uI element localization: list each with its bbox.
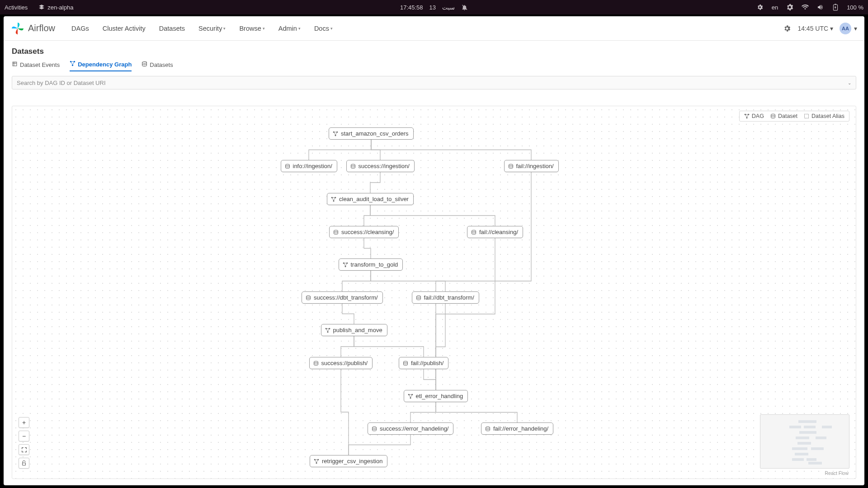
battery-icon[interactable] bbox=[832, 4, 839, 11]
settings-alt-icon[interactable] bbox=[786, 4, 793, 11]
dependency-graph-canvas[interactable]: start_amazon_csv_ordersinfo://ingestion/… bbox=[12, 106, 856, 479]
edge-n10-n11 bbox=[341, 336, 354, 357]
chevron-down-icon: ▾ bbox=[263, 26, 265, 31]
graph-node-n13[interactable]: etl_error_handling bbox=[404, 390, 468, 402]
dag-icon bbox=[331, 197, 336, 202]
svg-point-22 bbox=[307, 296, 311, 297]
legend-dag: DAG bbox=[744, 113, 764, 119]
os-clock[interactable]: 17:45:58 13 سبت bbox=[400, 4, 468, 11]
search-input[interactable] bbox=[17, 80, 851, 86]
dataset-icon bbox=[403, 361, 408, 366]
chevron-down-icon[interactable]: ⌄ bbox=[848, 80, 851, 85]
os-top-bar: Activities zen-alpha 17:45:58 13 سبت en … bbox=[0, 0, 868, 14]
node-label: fail://error_handeling/ bbox=[493, 425, 548, 432]
tab-dependency-graph[interactable]: Dependency Graph bbox=[70, 59, 132, 71]
app-window: Airflow DAGsCluster ActivityDatasetsSecu… bbox=[4, 16, 864, 485]
graph-node-n16[interactable]: retrigger_csv_ingestion bbox=[310, 455, 387, 467]
graph-node-n6[interactable]: fail://cleansing/ bbox=[467, 226, 523, 238]
graph-node-n5[interactable]: success://cleansing/ bbox=[329, 226, 399, 238]
edge-n9-n13 bbox=[436, 304, 445, 390]
navbar-time[interactable]: 14:45 UTC ▾ bbox=[797, 25, 833, 32]
nav-item-dags[interactable]: DAGs bbox=[66, 21, 94, 36]
svg-point-18 bbox=[472, 230, 476, 231]
dataset-search[interactable]: ⌄ bbox=[12, 76, 856, 89]
svg-rect-3 bbox=[13, 62, 17, 66]
legend-dataset-alias: Dataset Alias bbox=[804, 113, 844, 119]
dataset-icon bbox=[285, 164, 290, 169]
dataset-icon bbox=[485, 426, 491, 432]
edge-n7-n9 bbox=[371, 271, 445, 291]
settings-gear-icon[interactable] bbox=[783, 24, 791, 33]
svg-point-7 bbox=[142, 61, 147, 63]
graph-node-n15[interactable]: fail://error_handeling/ bbox=[481, 422, 553, 435]
node-label: publish_and_move bbox=[333, 327, 382, 333]
graph-node-n7[interactable]: transform_to_gold bbox=[339, 258, 403, 271]
dataset-icon bbox=[471, 230, 476, 235]
zoom-out-button[interactable]: − bbox=[19, 431, 29, 441]
nav-item-security[interactable]: Security▾ bbox=[193, 21, 231, 36]
graph-node-n11[interactable]: success://publish/ bbox=[309, 357, 373, 369]
user-menu[interactable]: AA ▾ bbox=[840, 23, 857, 34]
keyboard-lang[interactable]: en bbox=[772, 4, 778, 11]
tab-dataset-events[interactable]: Dataset Events bbox=[12, 59, 60, 71]
graph-node-n4[interactable]: clean_audit_load_to_silver bbox=[327, 193, 414, 205]
node-label: fail://dbt_transform/ bbox=[424, 294, 474, 301]
tab-datasets[interactable]: Datasets bbox=[142, 59, 173, 71]
edge-n7-n8 bbox=[342, 271, 371, 291]
database-icon bbox=[142, 61, 147, 68]
svg-rect-41 bbox=[805, 114, 809, 118]
react-flow-attribution[interactable]: React Flow bbox=[825, 470, 849, 476]
nav-item-docs[interactable]: Docs▾ bbox=[309, 21, 338, 36]
dataset-icon bbox=[508, 164, 514, 169]
graph-node-n0[interactable]: start_amazon_csv_orders bbox=[329, 127, 414, 140]
svg-point-32 bbox=[373, 427, 377, 428]
gear-icon[interactable] bbox=[756, 4, 764, 11]
node-label: clean_audit_load_to_silver bbox=[339, 196, 409, 202]
graph-minimap[interactable] bbox=[760, 414, 849, 469]
node-label: success://ingestion/ bbox=[359, 163, 410, 169]
svg-point-33 bbox=[486, 427, 490, 428]
dag-icon bbox=[314, 459, 319, 464]
active-app[interactable]: zen-alpha bbox=[38, 4, 73, 11]
graph-node-n14[interactable]: success://error_handeling/ bbox=[368, 422, 453, 435]
dataset-icon bbox=[333, 230, 339, 235]
edge-n2-n4 bbox=[370, 172, 380, 193]
nav-item-cluster-activity[interactable]: Cluster Activity bbox=[97, 21, 151, 36]
edge-n4-n6 bbox=[370, 205, 495, 226]
nav-item-admin[interactable]: Admin▾ bbox=[273, 21, 306, 36]
lock-button[interactable] bbox=[19, 458, 29, 469]
airflow-navbar: Airflow DAGsCluster ActivityDatasetsSecu… bbox=[4, 16, 864, 41]
chevron-down-icon: ▾ bbox=[830, 25, 833, 32]
graph-node-n8[interactable]: success://dbt_transform/ bbox=[302, 291, 383, 304]
graph-node-n3[interactable]: fail://ingestion/ bbox=[504, 160, 559, 172]
dag-icon bbox=[333, 131, 338, 136]
edge-n0-n3 bbox=[371, 140, 531, 160]
fit-view-button[interactable] bbox=[19, 444, 29, 455]
svg-point-11 bbox=[285, 164, 289, 165]
graph-node-n10[interactable]: publish_and_move bbox=[321, 324, 387, 336]
volume-icon[interactable] bbox=[817, 4, 824, 11]
edge-n13-n15 bbox=[436, 402, 517, 422]
airflow-logo[interactable]: Airflow bbox=[11, 22, 55, 35]
airflow-pinwheel-icon bbox=[11, 22, 24, 35]
battery-percent: 100 % bbox=[847, 4, 863, 11]
graph-node-n2[interactable]: success://ingestion/ bbox=[346, 160, 415, 172]
node-label: retrigger_csv_ingestion bbox=[322, 458, 382, 465]
nav-item-browse[interactable]: Browse▾ bbox=[234, 21, 270, 36]
edge-n8-n10 bbox=[342, 304, 354, 324]
dag-icon bbox=[408, 394, 413, 399]
calendar-icon bbox=[12, 61, 18, 68]
svg-point-17 bbox=[334, 230, 338, 231]
node-label: etl_error_handling bbox=[416, 393, 463, 399]
activities-button[interactable]: Activities bbox=[5, 4, 28, 11]
graph-node-n1[interactable]: info://ingestion/ bbox=[281, 160, 337, 172]
wifi-icon[interactable] bbox=[802, 4, 809, 11]
os-status-area[interactable]: en 100 % bbox=[756, 4, 863, 11]
graph-node-n9[interactable]: fail://dbt_transform/ bbox=[412, 291, 479, 304]
dataset-icon bbox=[372, 426, 377, 432]
node-label: success://publish/ bbox=[321, 360, 368, 366]
app-icon bbox=[38, 4, 45, 10]
zoom-in-button[interactable]: + bbox=[19, 417, 29, 428]
graph-node-n12[interactable]: fail://publish/ bbox=[399, 357, 448, 369]
nav-item-datasets[interactable]: Datasets bbox=[154, 21, 190, 36]
